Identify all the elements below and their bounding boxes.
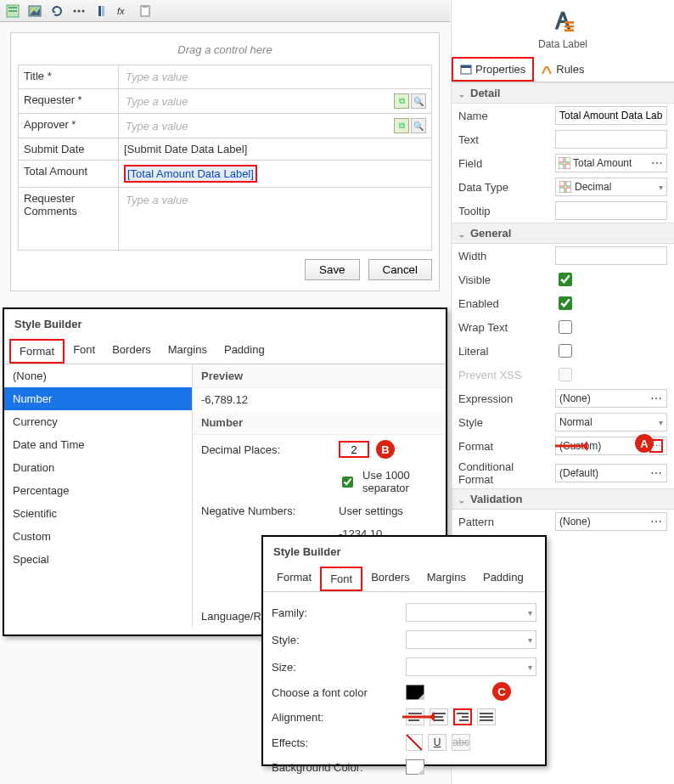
text-input[interactable] — [555, 130, 667, 149]
save-button[interactable]: Save — [305, 259, 359, 280]
tab-margins[interactable]: Margins — [160, 339, 216, 364]
approver-input[interactable] — [124, 119, 392, 133]
datatype-select[interactable]: Decimal▾ — [555, 178, 667, 196]
format-type-list: (None) Number Currency Date and Time Dur… — [4, 364, 193, 628]
svg-rect-17 — [461, 65, 471, 68]
refresh-icon[interactable] — [49, 3, 65, 19]
neg-numbers-value[interactable]: User settings — [339, 505, 437, 517]
list-item[interactable]: Custom — [4, 525, 192, 548]
clipboard-icon[interactable] — [138, 3, 153, 19]
field-label: Requester * — [19, 89, 119, 114]
name-input[interactable] — [555, 106, 667, 125]
form-panel: Drag a control here Title * Requester * … — [10, 32, 440, 291]
field-picker[interactable]: Total Amount⋯ — [555, 154, 667, 172]
list-item[interactable]: Currency — [4, 410, 192, 433]
font-style-label: Style: — [272, 634, 397, 646]
font-color-swatch[interactable] — [406, 685, 424, 700]
ellipsis-icon: ⋯ — [650, 515, 663, 528]
align-justify-button[interactable] — [477, 708, 496, 725]
column-icon[interactable] — [93, 3, 109, 19]
search-icon[interactable]: 🔍 — [411, 118, 426, 133]
tab-rules[interactable]: Rules — [534, 57, 591, 82]
panel-header: Data Label — [452, 0, 674, 54]
prop-label: Name — [458, 110, 550, 122]
prop-label: Field — [458, 157, 550, 170]
tab-format[interactable]: Format — [268, 567, 320, 591]
section-detail[interactable]: Detail — [452, 82, 674, 104]
align-right-button[interactable] — [453, 708, 472, 725]
requester-input[interactable] — [124, 94, 392, 109]
section-validation[interactable]: Validation — [452, 488, 674, 510]
literal-checkbox[interactable] — [559, 344, 572, 358]
form-icon[interactable] — [5, 3, 20, 19]
tab-format[interactable]: Format — [9, 339, 65, 364]
font-family-select[interactable]: ▾ — [406, 603, 536, 622]
total-amount-data-label[interactable]: [Total Amount Data Label] — [124, 165, 257, 183]
svg-rect-1 — [8, 7, 17, 8]
prop-label: Pattern — [458, 516, 550, 528]
lookup-icon[interactable]: ⧉ — [394, 118, 409, 133]
svg-point-5 — [74, 9, 76, 12]
font-size-label: Size: — [272, 661, 397, 674]
list-item[interactable]: (None) — [4, 364, 192, 387]
list-item[interactable]: Scientific — [4, 502, 192, 525]
no-effect-button[interactable] — [406, 734, 423, 751]
width-input[interactable] — [555, 246, 667, 265]
image-icon[interactable] — [27, 3, 42, 19]
callout-b: B — [376, 440, 395, 459]
decimal-places-label: Decimal Places: — [201, 443, 329, 456]
enabled-checkbox[interactable] — [559, 296, 572, 310]
fx-icon[interactable]: fx — [115, 3, 131, 19]
strikethrough-button[interactable]: abc — [452, 734, 470, 751]
table-row: Title * — [19, 65, 432, 89]
expression-picker[interactable]: (None)⋯ — [555, 389, 667, 408]
cond-format-picker[interactable]: (Default)⋯ — [555, 464, 667, 482]
section-general[interactable]: General — [452, 223, 674, 244]
font-style-select[interactable]: ▾ — [406, 630, 536, 649]
tab-padding[interactable]: Padding — [216, 339, 273, 364]
tooltip-input[interactable] — [555, 201, 667, 220]
list-item[interactable]: Special — [4, 548, 192, 571]
style-select[interactable]: Normal▾ — [555, 413, 667, 431]
tab-font[interactable]: Font — [320, 567, 362, 591]
preview-heading: Preview — [193, 364, 446, 388]
ellipsis-icon[interactable] — [71, 3, 87, 19]
tab-margins[interactable]: Margins — [418, 567, 475, 591]
comments-textarea[interactable] — [124, 192, 426, 243]
tab-properties[interactable]: Properties — [452, 57, 534, 82]
tab-font[interactable]: Font — [65, 339, 104, 364]
underline-button[interactable]: U — [428, 734, 447, 751]
visible-checkbox[interactable] — [559, 273, 572, 286]
bg-color-swatch[interactable] — [406, 759, 424, 775]
svg-rect-13 — [564, 21, 574, 24]
submit-date-data-label[interactable]: [Submit Date Data Label] — [124, 143, 247, 155]
font-family-label: Family: — [272, 606, 397, 619]
tab-padding[interactable]: Padding — [475, 567, 532, 591]
panel-caption: Data Label — [452, 38, 674, 50]
cancel-button[interactable]: Cancel — [368, 259, 433, 280]
list-item[interactable]: Duration — [4, 456, 192, 479]
wraptext-checkbox[interactable] — [559, 320, 572, 334]
svg-rect-20 — [559, 164, 564, 169]
chevron-down-icon: ▾ — [528, 608, 532, 618]
svg-rect-25 — [566, 188, 571, 193]
font-size-select[interactable]: ▾ — [406, 657, 536, 676]
svg-rect-19 — [565, 157, 570, 162]
list-item[interactable]: Date and Time — [4, 433, 192, 456]
ellipsis-icon[interactable]: ⋯ — [651, 156, 664, 170]
tab-borders[interactable]: Borders — [362, 567, 418, 591]
pattern-picker[interactable]: (None)⋯ — [555, 512, 667, 531]
thousand-sep-checkbox[interactable] — [342, 477, 353, 488]
chevron-down-icon: ▾ — [659, 183, 663, 192]
list-item[interactable]: Percentage — [4, 479, 192, 502]
decimal-places-input[interactable] — [339, 441, 369, 458]
alignment-label: Alignment: — [272, 711, 397, 724]
title-input[interactable] — [124, 70, 426, 84]
lookup-icon[interactable]: ⧉ — [394, 93, 409, 109]
tab-borders[interactable]: Borders — [104, 339, 160, 364]
prop-label: Style — [458, 416, 550, 429]
svg-rect-15 — [564, 29, 574, 31]
list-item-number[interactable]: Number — [4, 387, 192, 410]
search-icon[interactable]: 🔍 — [411, 93, 426, 109]
style-builder-dialog-font: Style Builder Format Font Borders Margin… — [261, 535, 547, 766]
